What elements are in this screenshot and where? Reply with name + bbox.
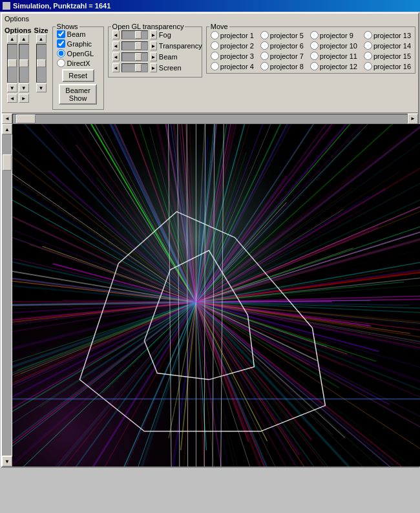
screen-left-btn[interactable]: ◄ <box>112 63 120 72</box>
opengl-radio[interactable] <box>57 49 65 58</box>
projector-5-row: projector 5 <box>260 31 304 39</box>
projector-1-radio[interactable] <box>211 31 219 39</box>
projector-4-radio[interactable] <box>211 62 219 70</box>
v-scroll-down-btn[interactable]: ▼ <box>2 456 12 466</box>
beamer-show-button[interactable]: Beamer Show <box>59 84 97 105</box>
options-up-btn-2[interactable]: ▲ <box>19 34 29 43</box>
size-up-btn[interactable]: ▲ <box>36 34 47 43</box>
projector-15-radio[interactable] <box>364 52 372 60</box>
options-track-1[interactable] <box>7 44 17 83</box>
projector-5-radio[interactable] <box>260 31 269 39</box>
projector-13-radio[interactable] <box>364 31 372 39</box>
fog-right-btn[interactable]: ► <box>150 30 157 39</box>
screen-right-btn[interactable]: ► <box>150 63 157 72</box>
beam-left-btn[interactable]: ◄ <box>112 52 120 61</box>
projector-3-label: projector 3 <box>220 52 254 60</box>
viewport[interactable]: ▲ ▼ <box>2 124 420 466</box>
fog-track[interactable] <box>121 30 148 39</box>
directx-radio-row: DirectX <box>57 59 100 67</box>
menu-options[interactable]: Options <box>5 15 29 23</box>
projector-10-radio[interactable] <box>310 41 319 50</box>
beam-thumb[interactable] <box>135 53 142 61</box>
screen-thumb[interactable] <box>135 64 142 72</box>
options-right-btn[interactable]: ► <box>19 94 29 103</box>
projector-9-label: projector 9 <box>320 32 353 39</box>
opengl-radio-row: OpenGL <box>57 49 100 58</box>
projector-3-radio[interactable] <box>211 52 219 60</box>
options-sliders: ▲ ▼ ▲ ▼ <box>7 34 29 92</box>
projector-6-radio[interactable] <box>260 41 269 50</box>
screen-slider-row: ◄ ► Screen <box>112 63 198 72</box>
scroll-track[interactable] <box>12 114 408 124</box>
beam-checkbox[interactable] <box>57 30 65 38</box>
projector-8-row: projector 8 <box>260 62 304 70</box>
opengl-transparency-group: Open GL transparency ◄ ► Fog ◄ ► Transpa… <box>108 26 202 78</box>
move-label: Move <box>209 23 229 30</box>
projector-2-radio[interactable] <box>211 41 219 50</box>
projector-7-row: projector 7 <box>260 52 304 60</box>
fog-thumb[interactable] <box>135 31 142 39</box>
options-left-btn[interactable]: ◄ <box>7 94 17 103</box>
projector-5-label: projector 5 <box>270 32 304 39</box>
v-scroll-up-btn[interactable]: ▲ <box>2 124 12 134</box>
projector-8-label: projector 8 <box>270 63 304 70</box>
graphic-label: Graphic <box>67 40 92 48</box>
projector-7-radio[interactable] <box>260 52 269 60</box>
projector-16-label: projector 16 <box>373 63 411 70</box>
projector-13-label: projector 13 <box>373 32 411 39</box>
beam-label: Beam <box>67 30 86 38</box>
projector-14-radio[interactable] <box>364 41 372 50</box>
projector-3-row: projector 3 <box>211 52 254 60</box>
title-text: Simulation, Punktzahl = 1641 <box>13 2 110 10</box>
options-track-2[interactable] <box>19 44 29 83</box>
options-thumb-2[interactable] <box>19 59 28 67</box>
projector-7-label: projector 7 <box>270 52 304 60</box>
fog-left-btn[interactable]: ◄ <box>112 30 120 39</box>
beam-right-btn[interactable]: ► <box>150 52 157 61</box>
options-thumb-1[interactable] <box>8 59 17 67</box>
scroll-left-btn[interactable]: ◄ <box>2 114 12 124</box>
transparency-right-btn[interactable]: ► <box>150 41 157 50</box>
screen-track[interactable] <box>121 63 148 72</box>
projector-12-radio[interactable] <box>310 62 319 70</box>
projector-11-radio[interactable] <box>310 52 319 60</box>
projectors-grid: projector 1 projector 2 projector 3 proj… <box>211 31 411 70</box>
options-size-container: Options ▲ ▼ ▲ ▼ <box>5 26 48 103</box>
projector-4-row: projector 4 <box>211 62 254 70</box>
projector-8-radio[interactable] <box>260 62 269 70</box>
options-slider-group: Options ▲ ▼ ▲ ▼ <box>5 26 32 103</box>
size-down-btn[interactable]: ▼ <box>36 83 47 92</box>
projector-15-row: projector 15 <box>364 52 411 60</box>
projector-1-label: projector 1 <box>220 32 254 39</box>
beam-track[interactable] <box>121 52 148 61</box>
scroll-thumb[interactable] <box>16 114 36 123</box>
title-bar: Simulation, Punktzahl = 1641 <box>0 0 420 12</box>
transparency-thumb[interactable] <box>135 42 142 50</box>
directx-radio[interactable] <box>57 59 65 67</box>
size-track[interactable] <box>36 44 47 83</box>
projectors-col2: projector 5 projector 6 projector 7 proj… <box>260 31 304 70</box>
projector-16-radio[interactable] <box>364 62 372 70</box>
scroll-right-btn[interactable]: ► <box>408 114 418 124</box>
reset-button[interactable]: Reset <box>62 69 94 82</box>
projector-14-label: projector 14 <box>373 42 411 50</box>
projector-4-label: projector 4 <box>220 63 254 70</box>
projector-1-row: projector 1 <box>211 31 254 39</box>
size-slider: ▲ ▼ <box>36 34 47 92</box>
graphic-checkbox[interactable] <box>57 39 65 48</box>
options-down-btn-2[interactable]: ▼ <box>19 83 29 92</box>
options-up-btn-1[interactable]: ▲ <box>7 34 17 43</box>
transparency-track[interactable] <box>121 41 148 50</box>
options-down-btn-1[interactable]: ▼ <box>7 83 17 92</box>
transparency-left-btn[interactable]: ◄ <box>112 41 120 50</box>
v-scroll-track[interactable] <box>2 134 12 456</box>
size-thumb[interactable] <box>37 59 46 67</box>
graphic-checkbox-row: Graphic <box>57 39 100 48</box>
v-scrollbar: ▲ ▼ <box>2 124 12 466</box>
laser-canvas[interactable] <box>12 124 420 466</box>
projector-13-row: projector 13 <box>364 31 411 39</box>
projector-12-label: projector 12 <box>320 63 357 70</box>
projector-2-row: projector 2 <box>211 41 254 50</box>
projector-9-radio[interactable] <box>310 31 319 39</box>
v-scroll-thumb[interactable] <box>3 154 12 171</box>
